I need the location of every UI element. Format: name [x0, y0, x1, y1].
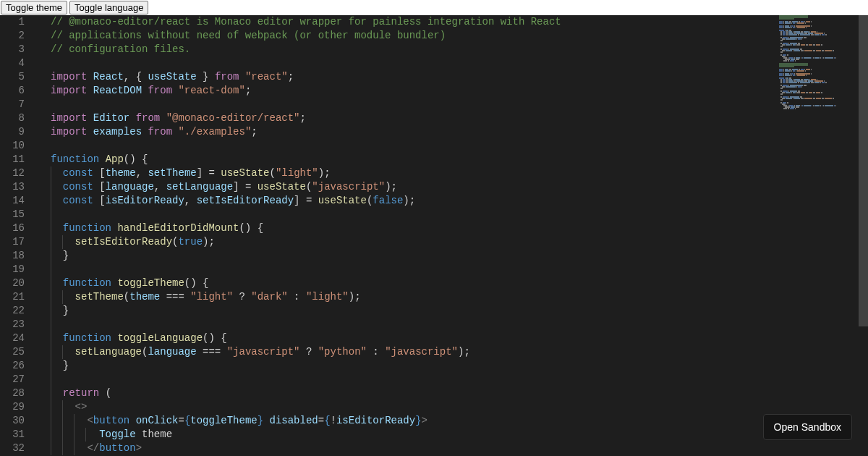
code-line[interactable]: function App() { [42, 153, 868, 166]
line-number: 28 [0, 387, 42, 400]
code-line[interactable]: import ReactDOM from "react-dom"; [42, 84, 868, 98]
code-line[interactable]: const [isEditorReady, setIsEditorReady] … [42, 194, 868, 208]
line-number: 24 [0, 332, 42, 345]
line-number: 9 [0, 125, 42, 139]
code-line[interactable] [42, 373, 868, 387]
line-number: 31 [0, 428, 42, 442]
code-line[interactable]: } [42, 304, 868, 318]
line-number: 5 [0, 70, 42, 84]
line-number: 26 [0, 359, 42, 373]
line-number: 17 [0, 235, 42, 249]
open-sandbox-button[interactable]: Open Sandbox [763, 414, 852, 440]
line-number: 13 [0, 180, 42, 194]
line-number: 32 [0, 442, 42, 455]
line-number: 29 [0, 400, 42, 414]
line-number: 6 [0, 84, 42, 98]
line-number: 19 [0, 263, 42, 276]
line-number: 30 [0, 414, 42, 428]
code-area[interactable]: // @monaco-editor/react is Monaco editor… [42, 15, 868, 456]
code-line[interactable]: } [42, 359, 868, 373]
code-line[interactable]: function toggleTheme() { [42, 276, 868, 290]
line-number: 18 [0, 249, 42, 263]
code-line[interactable]: setLanguage(language === "javascript" ? … [42, 345, 868, 359]
code-line[interactable]: <button onClick={toggleTheme} disabled={… [42, 414, 868, 428]
line-number: 21 [0, 290, 42, 304]
code-editor[interactable]: 1234567891011121314151617181920212223242… [0, 15, 868, 456]
code-line[interactable]: import Editor from "@monaco-editor/react… [42, 111, 868, 125]
code-line[interactable] [42, 208, 868, 221]
line-number: 23 [0, 318, 42, 332]
line-number: 20 [0, 276, 42, 290]
line-number: 12 [0, 166, 42, 180]
code-line[interactable]: <> [42, 400, 868, 414]
toggle-language-button[interactable]: Toggle language [69, 1, 148, 14]
code-line[interactable]: </button> [42, 442, 868, 455]
line-number: 1 [0, 15, 42, 29]
line-number: 22 [0, 304, 42, 318]
code-line[interactable]: setTheme(theme === "light" ? "dark" : "l… [42, 290, 868, 304]
line-number: 10 [0, 139, 42, 153]
code-line[interactable]: function handleEditorDidMount() { [42, 221, 868, 235]
code-line[interactable] [42, 263, 868, 276]
minimap[interactable] [779, 15, 859, 456]
code-line[interactable] [42, 139, 868, 153]
code-line[interactable] [42, 318, 868, 332]
code-line[interactable]: function toggleLanguage() { [42, 332, 868, 345]
code-line[interactable]: const [language, setLanguage] = useState… [42, 180, 868, 194]
line-number-gutter: 1234567891011121314151617181920212223242… [0, 15, 42, 456]
line-number: 15 [0, 208, 42, 221]
code-line[interactable] [42, 56, 868, 70]
line-number: 27 [0, 373, 42, 387]
code-line[interactable]: const [theme, setTheme] = useState("ligh… [42, 166, 868, 180]
code-line[interactable]: import React, { useState } from "react"; [42, 70, 868, 84]
line-number: 8 [0, 111, 42, 125]
top-toolbar: Toggle theme Toggle language [0, 0, 868, 15]
code-line[interactable]: return ( [42, 387, 868, 400]
toggle-theme-button[interactable]: Toggle theme [1, 1, 67, 14]
code-line[interactable]: // @monaco-editor/react is Monaco editor… [42, 15, 868, 29]
line-number: 14 [0, 194, 42, 208]
line-number: 11 [0, 153, 42, 166]
code-line[interactable]: import examples from "./examples"; [42, 125, 868, 139]
line-number: 4 [0, 56, 42, 70]
code-line[interactable]: // applications without need of webpack … [42, 29, 868, 43]
code-line[interactable] [42, 98, 868, 111]
line-number: 2 [0, 29, 42, 43]
code-line[interactable]: Toggle theme [42, 428, 868, 442]
line-number: 3 [0, 43, 42, 56]
line-number: 7 [0, 98, 42, 111]
code-line[interactable]: setIsEditorReady(true); [42, 235, 868, 249]
line-number: 16 [0, 221, 42, 235]
vertical-scrollbar[interactable] [859, 15, 868, 456]
line-number: 25 [0, 345, 42, 359]
code-line[interactable]: } [42, 249, 868, 263]
code-line[interactable]: // configuration files. [42, 43, 868, 56]
vertical-scrollbar-thumb[interactable] [859, 15, 868, 326]
